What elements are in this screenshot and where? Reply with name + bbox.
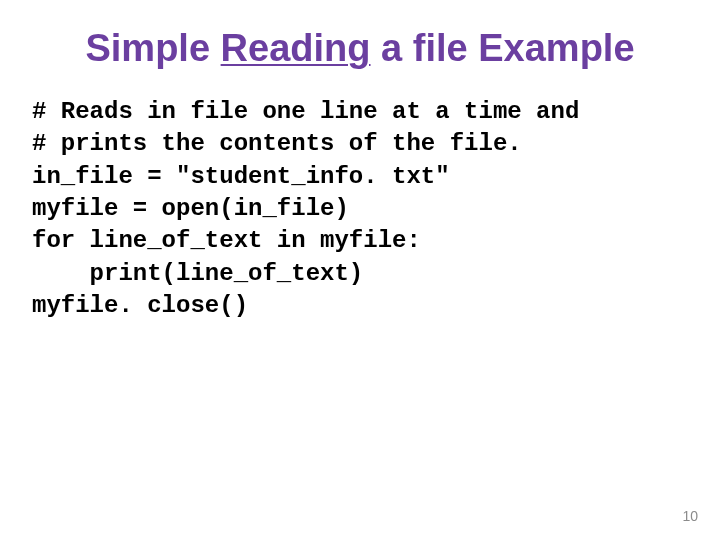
code-line-7: myfile. close() [32, 292, 248, 319]
code-line-2: # prints the contents of the file. [32, 130, 522, 157]
title-underlined: Reading [221, 27, 371, 69]
code-line-5: for line_of_text in myfile: [32, 227, 421, 254]
code-line-1: # Reads in file one line at a time and [32, 98, 579, 125]
title-post: a file Example [371, 27, 635, 69]
page-number: 10 [682, 508, 698, 524]
code-line-3: in_file = "student_info. txt" [32, 163, 450, 190]
code-line-6: print(line_of_text) [32, 260, 363, 287]
title-pre: Simple [85, 27, 220, 69]
slide-title: Simple Reading a file Example [0, 0, 720, 84]
slide: Simple Reading a file Example # Reads in… [0, 0, 720, 540]
code-block: # Reads in file one line at a time and #… [0, 84, 720, 323]
code-line-4: myfile = open(in_file) [32, 195, 349, 222]
